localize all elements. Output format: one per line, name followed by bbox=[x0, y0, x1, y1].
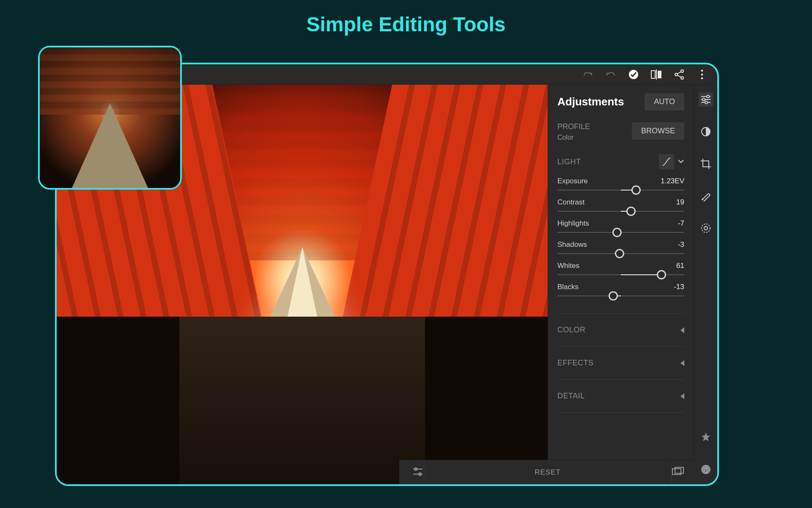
slider-label: Blacks bbox=[557, 283, 579, 291]
slider-label: Whites bbox=[557, 262, 579, 270]
svg-point-15 bbox=[702, 98, 705, 101]
panel-title: Adjustments bbox=[557, 95, 624, 108]
slider-exposure[interactable]: Exposure1.23EV bbox=[557, 177, 684, 190]
redo-icon[interactable] bbox=[582, 69, 594, 80]
svg-rect-1 bbox=[651, 71, 655, 78]
slider-thumb[interactable] bbox=[615, 249, 624, 258]
reset-button[interactable]: RESET bbox=[424, 462, 672, 483]
info-icon[interactable] bbox=[699, 462, 713, 477]
undo-icon[interactable] bbox=[605, 69, 617, 80]
more-icon[interactable] bbox=[696, 69, 708, 80]
section-label: DETAIL bbox=[557, 392, 585, 400]
auto-button[interactable]: AUTO bbox=[645, 93, 684, 110]
slider-track[interactable] bbox=[557, 211, 684, 212]
svg-point-10 bbox=[701, 73, 703, 75]
slider-label: Contrast bbox=[557, 198, 584, 207]
svg-point-17 bbox=[705, 101, 708, 104]
slider-value: 19 bbox=[676, 198, 684, 207]
chevron-left-icon bbox=[680, 393, 684, 399]
tool-rail bbox=[694, 85, 717, 484]
section-label: COLOR bbox=[557, 326, 586, 334]
light-section-title: LIGHT bbox=[557, 157, 581, 166]
slider-value: 1.23EV bbox=[661, 177, 684, 185]
detail-section[interactable]: DETAIL bbox=[557, 379, 684, 413]
slider-label: Exposure bbox=[557, 177, 588, 185]
svg-rect-2 bbox=[658, 71, 661, 78]
slider-thumb[interactable] bbox=[657, 270, 666, 279]
adjustments-panel: Adjustments AUTO PROFILE Color BROWSE LI… bbox=[548, 85, 694, 484]
slider-contrast[interactable]: Contrast19 bbox=[557, 198, 684, 212]
tone-curve-icon[interactable] bbox=[659, 154, 674, 169]
slider-value: -7 bbox=[678, 219, 684, 228]
svg-point-11 bbox=[701, 77, 703, 79]
star-icon[interactable] bbox=[699, 430, 713, 444]
masking-tool-icon[interactable] bbox=[699, 124, 713, 139]
slider-shadows[interactable]: Shadows-3 bbox=[557, 240, 684, 254]
slider-blacks[interactable]: Blacks-13 bbox=[557, 283, 684, 296]
profile-label: PROFILE bbox=[557, 122, 590, 131]
svg-point-21 bbox=[704, 226, 708, 230]
slider-track[interactable] bbox=[557, 253, 684, 254]
slider-thumb[interactable] bbox=[609, 291, 618, 301]
slider-value: -13 bbox=[674, 283, 684, 291]
slider-thumb[interactable] bbox=[612, 228, 622, 237]
svg-point-19 bbox=[702, 199, 703, 200]
chevron-left-icon bbox=[680, 327, 684, 333]
svg-point-9 bbox=[701, 69, 703, 72]
chevron-down-icon[interactable] bbox=[678, 158, 684, 166]
confirm-icon[interactable] bbox=[628, 69, 639, 80]
slider-thumb[interactable] bbox=[626, 207, 636, 216]
presets-icon[interactable] bbox=[412, 467, 424, 478]
slider-label: Shadows bbox=[557, 240, 587, 249]
share-icon[interactable] bbox=[673, 69, 685, 80]
svg-point-5 bbox=[681, 70, 683, 72]
adjust-tool-icon[interactable] bbox=[699, 92, 713, 107]
slider-whites[interactable]: Whites61 bbox=[557, 262, 684, 275]
previous-edits-icon[interactable] bbox=[672, 467, 684, 478]
color-section[interactable]: COLOR bbox=[557, 313, 684, 346]
healing-tool-icon[interactable] bbox=[699, 189, 713, 203]
browse-button[interactable]: BROWSE bbox=[632, 122, 684, 140]
section-label: EFFECTS bbox=[557, 359, 594, 367]
chevron-left-icon bbox=[680, 360, 684, 366]
slider-highlights[interactable]: Highlights-7 bbox=[557, 219, 684, 233]
before-after-icon[interactable] bbox=[650, 69, 662, 80]
marketing-headline: Simple Editing Tools bbox=[0, 0, 812, 36]
original-thumbnail bbox=[38, 46, 182, 190]
slider-track[interactable] bbox=[557, 274, 684, 275]
crop-tool-icon[interactable] bbox=[699, 157, 713, 171]
svg-point-6 bbox=[681, 77, 683, 79]
bottom-actions: RESET bbox=[399, 460, 697, 484]
svg-line-8 bbox=[678, 75, 681, 77]
slider-label: Highlights bbox=[557, 219, 589, 228]
radial-tool-icon[interactable] bbox=[699, 221, 713, 235]
slider-track[interactable] bbox=[557, 190, 684, 190]
svg-point-4 bbox=[675, 73, 678, 76]
slider-value: -3 bbox=[678, 240, 684, 249]
slider-value: 61 bbox=[676, 262, 684, 270]
svg-rect-23 bbox=[705, 469, 706, 472]
profile-value: Color bbox=[557, 134, 590, 141]
svg-line-7 bbox=[678, 72, 681, 74]
svg-point-20 bbox=[702, 224, 710, 232]
slider-track[interactable] bbox=[557, 295, 684, 296]
effects-section[interactable]: EFFECTS bbox=[557, 346, 684, 379]
slider-track[interactable] bbox=[557, 232, 684, 233]
svg-point-13 bbox=[707, 95, 709, 98]
svg-point-24 bbox=[705, 466, 707, 468]
slider-thumb[interactable] bbox=[631, 185, 641, 195]
